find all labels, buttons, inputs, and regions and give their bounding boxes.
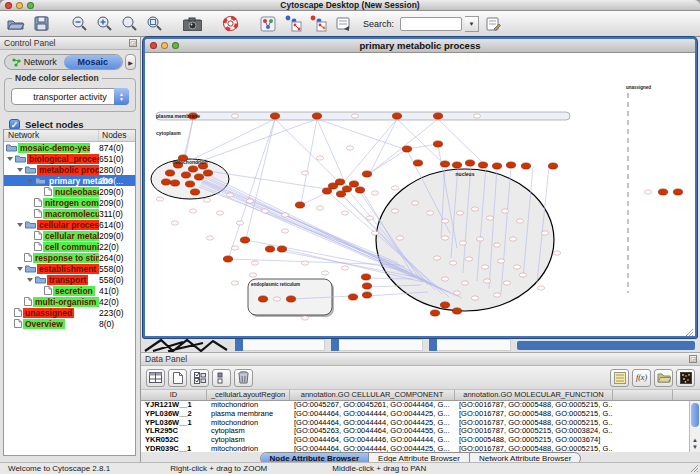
window-thumbnail[interactable] <box>429 339 511 351</box>
node-color-dropdown[interactable]: transporter activity ▲▼ <box>11 88 129 105</box>
network-node[interactable] <box>156 197 163 201</box>
table-scrollbar[interactable]: ▲▼ <box>689 401 700 452</box>
tree-row[interactable]: response to stimulu264(0) <box>4 252 135 263</box>
table-cell[interactable]: [GO:0016787, GO:0005488, GO:0005215, G..… <box>455 410 613 419</box>
import-attributes-button[interactable] <box>654 369 673 387</box>
table-row[interactable]: YKR052Ccytoplasm[GO:0044464, GO:0044446,… <box>141 436 700 445</box>
network-node[interactable] <box>273 297 280 301</box>
zoom-fit-button[interactable] <box>143 13 165 34</box>
network-node[interactable] <box>366 216 373 220</box>
network-node[interactable] <box>351 114 358 118</box>
network-node-selected[interactable] <box>465 160 474 166</box>
network-node-selected[interactable] <box>402 146 411 152</box>
network-node[interactable] <box>426 211 433 215</box>
network-node[interactable] <box>519 273 526 277</box>
network-node-selected[interactable] <box>440 302 449 308</box>
tree-row[interactable]: multi-organism pro42(0) <box>4 296 135 307</box>
expand-arrow-icon[interactable] <box>27 179 33 183</box>
table-cell[interactable]: [GO:0044464, GO:0044444, GO:0044425, G..… <box>290 419 455 428</box>
delete-attribute-button[interactable] <box>234 369 253 387</box>
tree-row[interactable]: biological_process651(0) <box>4 153 135 164</box>
network-node[interactable] <box>441 219 448 223</box>
network-node[interactable] <box>321 271 328 275</box>
table-row[interactable]: YPL036W__2plasma membrane[GO:0044464, GO… <box>141 410 700 419</box>
network-node[interactable] <box>553 251 560 255</box>
network-node[interactable] <box>441 277 448 281</box>
expand-arrow-icon[interactable] <box>17 223 23 227</box>
network-node-selected[interactable] <box>361 274 370 280</box>
table-cell[interactable]: [GO:0044464, GO:0044444, GO:0044425, G..… <box>290 410 455 419</box>
network-node[interactable] <box>411 201 418 205</box>
network-resize-grip[interactable] <box>686 329 693 336</box>
network-node[interactable] <box>471 296 478 300</box>
network-node[interactable] <box>493 243 500 247</box>
network-node-selected[interactable] <box>336 191 345 197</box>
matrix-view-button[interactable] <box>676 369 695 387</box>
column-header[interactable]: annotation.GO CELLULAR_COMPONENT <box>290 390 455 400</box>
network-node[interactable] <box>316 206 323 210</box>
network-node-selected[interactable] <box>478 162 487 168</box>
network-node[interactable] <box>371 231 378 235</box>
network-node-selected[interactable] <box>286 296 295 302</box>
column-header[interactable]: annotation.GO MOLECULAR_FUNCTION <box>455 390 613 400</box>
scrollbar-thumb[interactable] <box>691 403 699 427</box>
network-node[interactable] <box>341 211 348 215</box>
window-thumbnail[interactable] <box>235 339 325 351</box>
table-row[interactable]: YJR121W__1mitochondrion[GO:0045267, GO:0… <box>141 401 700 410</box>
network-node[interactable] <box>501 209 508 213</box>
table-cell[interactable]: [GO:0016787, GO:0005488, GO:0005215, G..… <box>455 419 613 428</box>
tree-row[interactable]: secretion41(0) <box>4 285 135 296</box>
network-window-titlebar[interactable]: primary metabolic process <box>145 39 695 53</box>
table-cell[interactable]: [GO:0044464, GO:0044446, GO:0044444, G..… <box>290 436 455 445</box>
network-node[interactable] <box>644 190 651 194</box>
network-node[interactable] <box>216 211 223 215</box>
network-node-selected[interactable] <box>362 283 371 289</box>
network-node-selected[interactable] <box>165 170 174 176</box>
network-node-selected[interactable] <box>181 172 190 178</box>
network-node-selected[interactable] <box>433 141 442 147</box>
network-node-selected[interactable] <box>548 163 557 169</box>
network-node[interactable] <box>471 207 478 211</box>
app-titlebar[interactable]: Cytoscape Desktop (New Session) <box>0 0 700 11</box>
network-node[interactable] <box>441 236 448 240</box>
network-node-selected[interactable] <box>203 170 212 176</box>
network-node[interactable] <box>459 241 466 245</box>
network-node[interactable] <box>281 229 288 233</box>
network-node-selected[interactable] <box>295 202 304 208</box>
network-node-selected[interactable] <box>265 246 274 252</box>
tab-mosaic[interactable]: Mosaic <box>64 55 123 69</box>
network-node[interactable] <box>371 191 378 195</box>
table-cell[interactable]: YLR295C <box>141 427 207 436</box>
network-node-selected[interactable] <box>194 174 203 180</box>
table-cell[interactable]: cytoplasm <box>207 436 290 445</box>
tree-row[interactable]: cell communicat22(0) <box>4 241 135 252</box>
help-button[interactable] <box>219 13 241 34</box>
network-node-selected[interactable] <box>161 179 170 185</box>
tab-overflow-button[interactable]: ▶ <box>125 54 136 70</box>
table-cell[interactable]: cytoplasm <box>207 427 290 436</box>
network-node-selected[interactable] <box>270 113 279 119</box>
network-node[interactable] <box>301 261 308 265</box>
network-node-selected[interactable] <box>348 294 357 300</box>
table-cell[interactable]: [GO:0016787, GO:0005215, GO:0003824, G..… <box>455 427 613 436</box>
tab-network[interactable]: Network <box>5 55 64 69</box>
network-node[interactable] <box>236 221 243 225</box>
network-node-selected[interactable] <box>413 160 422 166</box>
network-node[interactable] <box>537 286 544 290</box>
network-node[interactable] <box>281 213 288 217</box>
table-cell[interactable]: plasma membrane <box>207 410 290 419</box>
layout-a-button[interactable] <box>282 13 304 34</box>
network-node-selected[interactable] <box>188 166 197 172</box>
network-node-selected[interactable] <box>349 181 358 187</box>
formula-builder-button[interactable]: f(x) <box>632 369 651 387</box>
table-cell[interactable]: [GO:0005488, GO:0005215, GO:0003674] <box>455 436 613 445</box>
network-node[interactable] <box>246 199 253 203</box>
expand-arrow-icon[interactable] <box>17 168 23 172</box>
network-node[interactable] <box>503 281 510 285</box>
table-cell[interactable]: [GO:0045267, GO:0045261, GO:0044464, G..… <box>290 401 455 410</box>
table-cell[interactable]: [GO:0016787, GO:0005488, GO:0005215, G..… <box>455 401 613 410</box>
zoom-selected-button[interactable] <box>118 13 140 34</box>
network-node-selected[interactable] <box>521 163 530 169</box>
tree-row[interactable]: cellular metabol209(0) <box>4 230 135 241</box>
save-session-button[interactable] <box>30 13 52 34</box>
